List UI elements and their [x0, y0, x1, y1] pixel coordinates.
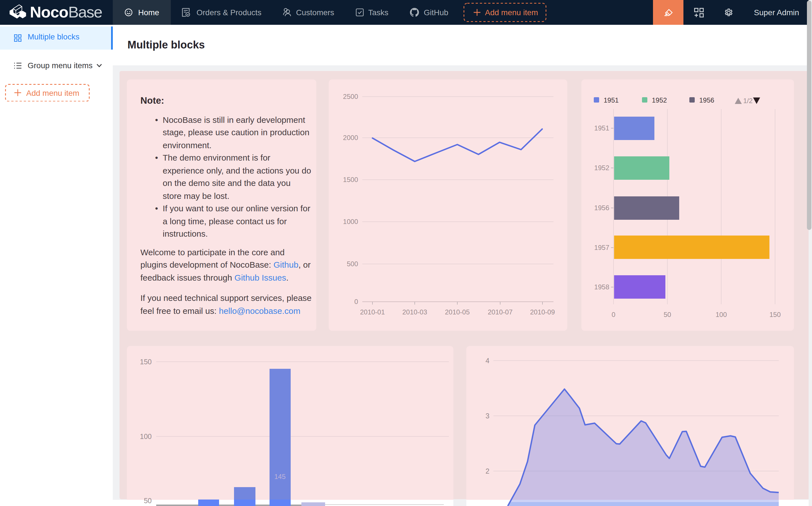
svg-text:2010-07: 2010-07 — [488, 308, 513, 316]
svg-text:1951: 1951 — [603, 96, 618, 104]
svg-text:2010-03: 2010-03 — [402, 308, 427, 316]
svg-text:4: 4 — [486, 357, 490, 364]
svg-text:1951: 1951 — [594, 124, 609, 132]
svg-text:1500: 1500 — [343, 175, 358, 183]
svg-text:100: 100 — [140, 432, 151, 440]
svg-text:2010-05: 2010-05 — [445, 308, 470, 316]
svg-text:2000: 2000 — [343, 134, 358, 141]
svg-text:145: 145 — [274, 473, 285, 480]
svg-text:1952: 1952 — [652, 96, 667, 104]
svg-text:2010-01: 2010-01 — [360, 308, 385, 316]
svg-text:150: 150 — [769, 311, 781, 318]
svg-text:1000: 1000 — [343, 218, 358, 225]
svg-text:50: 50 — [144, 497, 151, 505]
svg-text:1956: 1956 — [594, 204, 609, 211]
svg-text:2010-09: 2010-09 — [530, 308, 555, 316]
svg-text:2: 2 — [486, 467, 490, 475]
svg-text:500: 500 — [347, 260, 358, 267]
svg-text:150: 150 — [140, 358, 151, 366]
svg-text:50: 50 — [663, 311, 671, 318]
svg-text:0: 0 — [611, 311, 615, 318]
svg-text:1952: 1952 — [594, 164, 609, 171]
svg-text:2500: 2500 — [343, 92, 358, 100]
svg-text:100: 100 — [715, 311, 727, 318]
svg-text:3: 3 — [486, 412, 490, 420]
svg-text:1956: 1956 — [699, 96, 714, 104]
svg-text:1/2: 1/2 — [743, 97, 752, 104]
svg-text:1958: 1958 — [594, 283, 609, 290]
svg-text:0: 0 — [354, 298, 358, 305]
svg-text:1957: 1957 — [594, 243, 609, 251]
